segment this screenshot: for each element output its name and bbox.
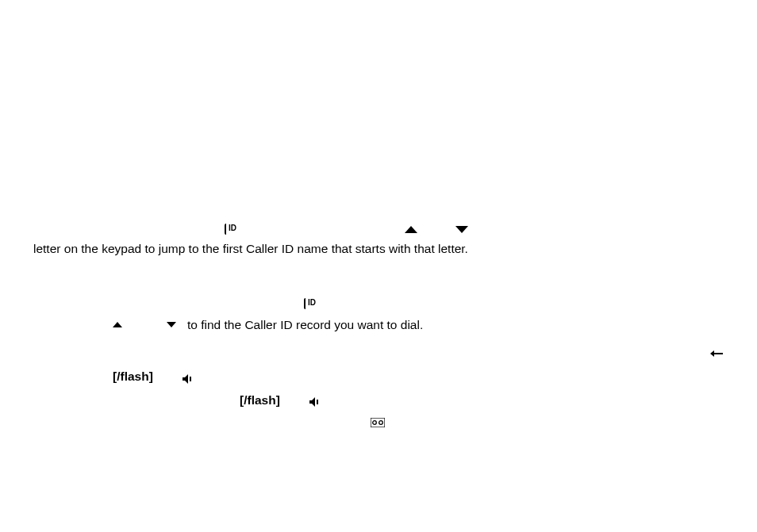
- up-arrow-icon: [113, 322, 122, 327]
- manual-page: ID letter on the keypad to jump to the f…: [33, 222, 724, 428]
- text-2b: to find the Caller ID record you want to…: [187, 316, 423, 334]
- line-3b: [/flash]: [33, 391, 724, 409]
- line-1a: ID: [33, 222, 724, 236]
- caller-id-icon: ID: [224, 222, 240, 236]
- down-arrow-icon: [455, 226, 468, 233]
- line-2b: to find the Caller ID record you want to…: [33, 316, 724, 334]
- svg-rect-2: [190, 377, 191, 381]
- speaker-icon: [309, 394, 320, 405]
- line-2a: ID: [33, 297, 724, 311]
- svg-point-5: [373, 421, 377, 425]
- block-1: ID letter on the keypad to jump to the f…: [33, 222, 724, 257]
- svg-point-6: [379, 421, 383, 425]
- back-arrow-right: [709, 341, 724, 355]
- line-1b: letter on the keypad to jump to the firs…: [33, 241, 724, 257]
- caller-id-icon: ID: [303, 297, 319, 311]
- svg-rect-3: [317, 400, 318, 404]
- svg-text:ID: ID: [308, 298, 316, 307]
- down-arrow-icon: [167, 322, 176, 327]
- up-arrow-icon: [405, 226, 417, 233]
- line-3c: [33, 414, 724, 423]
- text-1b: letter on the keypad to jump to the firs…: [33, 242, 468, 255]
- voicemail-icon: [371, 414, 385, 423]
- flash-key-label: [/flash]: [240, 391, 280, 409]
- back-arrow-icon: [709, 346, 724, 352]
- line-3a: [/flash]: [33, 367, 724, 385]
- block-2: ID to find the Caller ID record you want…: [33, 297, 724, 334]
- svg-text:ID: ID: [229, 224, 236, 232]
- flash-key-label: [/flash]: [113, 367, 153, 385]
- speaker-icon: [182, 371, 193, 382]
- block-3: [/flash] [/flash]: [33, 367, 724, 423]
